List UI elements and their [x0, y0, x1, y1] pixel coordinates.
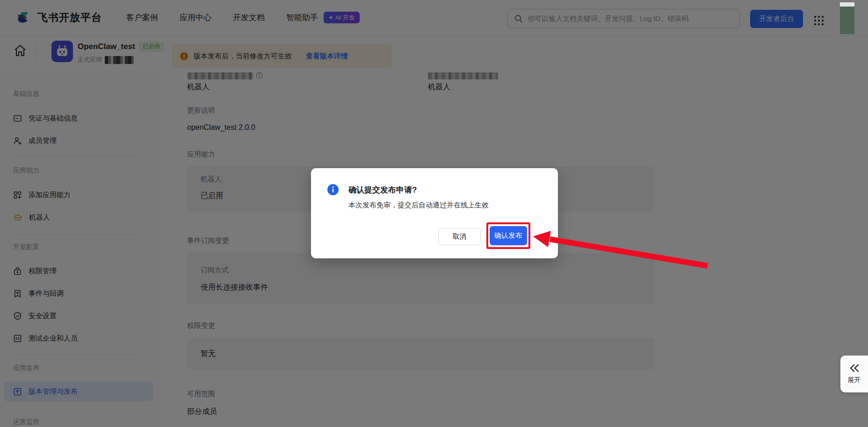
dialog-body: 本次发布免审，提交后自动通过并在线上生效	[348, 201, 489, 210]
info-icon	[327, 184, 339, 195]
corner-green-block	[840, 7, 854, 34]
cancel-button[interactable]: 取消	[438, 228, 481, 245]
confirm-release-button[interactable]: 确认发布	[490, 226, 527, 245]
scrollbar-cap	[840, 2, 854, 7]
double-chevron-left-icon	[849, 363, 860, 373]
feishu-open-platform-page: 飞书开放平台 客户案例 应用中心 开发文档 智能助手 ✦AI 开发 开发者后台	[0, 0, 868, 427]
confirm-release-dialog: 确认提交发布申请? 本次发布免审，提交后自动通过并在线上生效 取消 确认发布	[311, 168, 558, 258]
dialog-title: 确认提交发布申请?	[348, 185, 417, 195]
expand-helper-panel[interactable]: 展开	[840, 356, 868, 392]
expand-label: 展开	[848, 376, 861, 384]
